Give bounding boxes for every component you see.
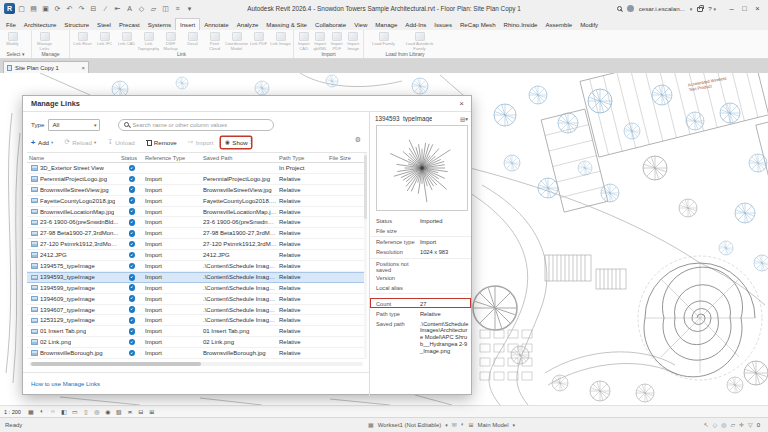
type-select[interactable]: All ▾ (48, 119, 100, 131)
load-family-button[interactable]: Load Family (366, 31, 401, 51)
ribbon-tab[interactable]: Systems (144, 19, 175, 31)
show-crop-region-icon[interactable]: ▯ (82, 408, 90, 415)
filter-icon[interactable]: ▽ (748, 421, 753, 428)
ribbon-tab[interactable]: Annotate (200, 19, 232, 31)
aligned-dimension-icon[interactable]: ⇤ (112, 3, 123, 14)
link-ifc-button[interactable]: Link IFC (94, 31, 115, 51)
table-row[interactable]: 1394609_typeImage ↙ Import .\Content\Sch… (27, 294, 367, 305)
worksharing-display-icon[interactable]: ⊞ (148, 408, 156, 415)
horizontal-scrollbar[interactable] (29, 362, 363, 366)
select-pinned-icon[interactable]: ◎ (721, 421, 726, 428)
table-row[interactable]: 2412.JPG ↙ Import 2412.JPG Relative (27, 250, 367, 261)
crop-view-icon[interactable]: ▭ (71, 408, 79, 415)
design-option-select[interactable]: Main Model (477, 422, 508, 428)
reveal-constraints-icon[interactable]: ⊟ (137, 408, 145, 415)
section-icon[interactable]: ◫ (160, 3, 171, 14)
table-row[interactable]: BrownsvilleStreetView.jpg ↙ Import Brown… (27, 185, 367, 196)
point-cloud-button[interactable]: Point Cloud (204, 31, 225, 51)
ribbon-tab[interactable]: View (350, 19, 371, 31)
text-icon[interactable]: A (124, 3, 135, 14)
table-row[interactable]: PerennialProjectLogo.jpg ↙ Import Perenn… (27, 174, 367, 185)
ribbon-tab[interactable]: Structure (60, 19, 93, 31)
shadows-icon[interactable]: ◧ (60, 408, 68, 415)
ribbon-tab[interactable]: ReCap Mesh (456, 19, 500, 31)
ribbon-tab[interactable]: File (2, 19, 20, 31)
select-underlay-icon[interactable]: ◇ (713, 421, 718, 428)
scrollbar-thumb[interactable] (364, 155, 367, 219)
import-gbxml-button[interactable]: Import gbXML (313, 31, 329, 51)
select-by-face-icon[interactable]: ▱ (730, 421, 735, 428)
column-header[interactable]: File Size (327, 155, 367, 161)
revit-logo[interactable]: R (4, 3, 15, 14)
minimize-button[interactable]: – (725, 4, 738, 13)
ribbon-tab[interactable]: Assemble (541, 19, 576, 31)
table-row[interactable]: 1394575_typeImage ↙ Import .\Content\Sch… (27, 261, 367, 272)
sync-with-central-icon[interactable]: ⟳ (52, 3, 63, 14)
column-header[interactable]: Path Type (277, 155, 327, 161)
link-image-button[interactable]: Link Image (270, 31, 291, 51)
column-header[interactable]: Saved Path (201, 155, 277, 161)
ribbon-tab[interactable]: Massing & Site (262, 19, 311, 31)
table-row[interactable]: 1394607_typeImage ↙ Import .\Content\Sch… (27, 305, 367, 316)
new-file-icon[interactable]: ▢ (16, 3, 27, 14)
select-links-icon[interactable]: ↖ (703, 421, 708, 428)
help-button[interactable]: ? ▾ (708, 5, 716, 12)
table-row[interactable]: 1253129_typeImage ↙ Import .\Content\Sch… (27, 315, 367, 326)
restore-button[interactable]: □ (738, 4, 751, 13)
scale-button[interactable]: 1 : 200 (4, 409, 24, 415)
ribbon-tab[interactable]: Manage (371, 19, 401, 31)
ribbon-customize-icon[interactable]: ▾ (184, 3, 195, 14)
table-row[interactable]: 27-98 Beta1900-27,3rdMon... ↙ Import 27-… (27, 228, 367, 239)
import-pdf-button[interactable]: Import PDF (329, 31, 345, 51)
load-autodesk-family-button[interactable]: Load Autodesk Family (402, 31, 437, 51)
import-image-button[interactable]: Import Image (346, 31, 362, 51)
coordination-model-button[interactable]: Coordination Model (226, 31, 247, 51)
save-icon[interactable]: ▣ (40, 3, 51, 14)
worksharing-display-icon[interactable]: ◐ (461, 421, 465, 428)
table-row[interactable]: FayetteCountyLogo2018.jpg ↙ Import Fayet… (27, 196, 367, 207)
table-row[interactable]: BrownsvilleLocationMap.jpg ↙ Import Brow… (27, 207, 367, 218)
remove-button[interactable]: Remove ▾ (143, 137, 180, 148)
add-button[interactable]: Add ▾ (27, 137, 56, 148)
link-revit-button[interactable]: Link Revit (72, 31, 93, 51)
ribbon-tab[interactable]: Issues (430, 19, 456, 31)
close-button[interactable]: × (751, 4, 764, 13)
toolbar-overflow-icon[interactable]: ⋮ (247, 137, 254, 145)
column-header[interactable]: Reference Type (143, 155, 201, 161)
help-link[interactable]: How to use Manage Links (31, 381, 100, 387)
reveal-hidden-elements-icon[interactable]: ◉ (104, 408, 112, 415)
search-input[interactable]: Search name or other column values (118, 119, 274, 131)
link-pdf-button[interactable]: Link PDF (248, 31, 269, 51)
ribbon-tab[interactable]: Insert (175, 18, 200, 31)
link-topography-button[interactable]: Link Topography (138, 31, 159, 51)
ribbon-tab[interactable]: Modify (576, 19, 602, 31)
ribbon-tab[interactable]: Rhino.Inside (500, 19, 542, 31)
design-options-icon[interactable]: ⊞ (468, 421, 473, 428)
open-file-icon[interactable]: ▤ (28, 3, 39, 14)
dwf-markup-button[interactable]: DWF Markup (160, 31, 181, 51)
print-icon[interactable]: ⊟ (88, 3, 99, 14)
visual-style-icon[interactable]: ◐ (38, 408, 46, 415)
column-header[interactable]: Status (119, 155, 143, 161)
ribbon-tab[interactable]: Architecture (20, 19, 61, 31)
ribbon-tab[interactable]: Add-Ins (401, 19, 430, 31)
tag-icon[interactable]: ◇ (136, 3, 147, 14)
preview-options-icon[interactable]: ▤▾ (460, 116, 468, 122)
table-row[interactable]: 27-120 Pstmrk1912,3rdMon... ↙ Import 27-… (27, 239, 367, 250)
settings-gear-icon[interactable]: ⚙ (355, 136, 361, 144)
table-row[interactable]: 23-6 1900-06(preSnwdnBld... ↙ Import 23-… (27, 217, 367, 228)
avatar[interactable] (627, 5, 634, 12)
detail-level-icon[interactable]: ▦ (27, 408, 35, 415)
username[interactable]: cesar.i.escalan... (639, 5, 685, 12)
scrollbar-thumb[interactable] (31, 362, 201, 366)
ribbon-tab[interactable]: Steel (93, 19, 115, 31)
default-3d-view-icon[interactable]: ▱ (148, 3, 159, 14)
workset-select[interactable]: Workset1 (Not Editable) (378, 422, 442, 428)
reload-button[interactable]: Reload ▾ (61, 137, 99, 148)
thin-lines-icon[interactable]: ≡ (172, 3, 183, 14)
view-tab[interactable]: Site Plan Copy 1 × (3, 61, 89, 73)
redo-icon[interactable]: ↷ (76, 3, 87, 14)
editing-requests-icon[interactable]: ✉ (452, 421, 457, 428)
column-header[interactable]: Name (27, 155, 119, 161)
ribbon-tab[interactable]: Collaborate (311, 19, 350, 31)
